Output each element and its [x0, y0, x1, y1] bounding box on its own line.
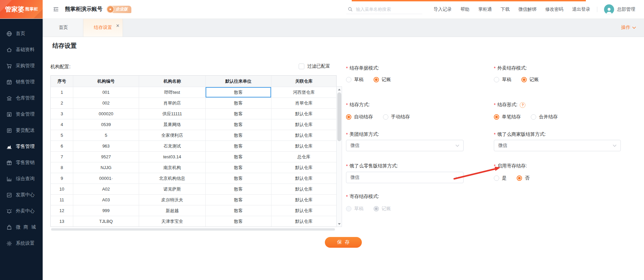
- actions-dropdown[interactable]: 操作: [621, 25, 636, 31]
- radio-takeout-settle-mode-1[interactable]: 记账: [521, 77, 539, 83]
- tab-home[interactable]: 首页: [43, 18, 83, 37]
- sidebar-item-funds[interactable]: 资金管理: [0, 106, 43, 122]
- cell-col-default-partner[interactable]: 散客: [206, 195, 271, 205]
- cell-col-default-partner[interactable]: 散客: [206, 87, 271, 97]
- radio-takeout-settle-mode-0[interactable]: 草稿: [494, 77, 511, 83]
- cell-col-warehouse[interactable]: 默认仓库: [271, 119, 336, 130]
- table-row: 12999新超越散客默认仓库: [51, 205, 336, 216]
- sidebar-item-purchase[interactable]: 采购管理: [0, 58, 43, 74]
- field-label-text: 启用寄存结存:: [497, 163, 527, 169]
- sidebar-item-delivery[interactable]: 要货配送: [0, 122, 43, 138]
- nav-link-logout[interactable]: 退出登录: [572, 6, 590, 12]
- user-name[interactable]: 总部管理: [617, 6, 635, 12]
- cell-col-default-partner[interactable]: 散客: [206, 205, 271, 216]
- sidebar-item-sales[interactable]: 销售管理: [0, 74, 43, 90]
- cell-col-warehouse[interactable]: 默认仓库: [271, 216, 336, 227]
- scroll-thumb[interactable]: [337, 92, 341, 141]
- radio-settle-form-1[interactable]: 合并结存: [531, 114, 558, 120]
- cell-col-default-partner[interactable]: 散客: [206, 162, 271, 173]
- sidebar-item-takeout[interactable]: 外卖中心: [0, 203, 43, 219]
- cell-col-default-partner[interactable]: 散客: [206, 152, 271, 162]
- select-eleme-merchant-settle[interactable]: 微信: [494, 140, 621, 151]
- cell-col-warehouse[interactable]: 默认仓库: [271, 109, 336, 119]
- sidebar-item-warehouse[interactable]: 仓库管理: [0, 90, 43, 106]
- radio-unselected-icon: [494, 77, 499, 82]
- select-meituan-settle[interactable]: 微信: [346, 140, 464, 151]
- nav-link-import-records[interactable]: 导入记录: [434, 6, 452, 12]
- nav-link-change-password[interactable]: 修改密码: [545, 6, 563, 12]
- radio-unselected-icon: [531, 114, 536, 120]
- cell-col-warehouse[interactable]: 肖翠仓库: [271, 98, 336, 108]
- field-label-text: 结存单据模式:: [349, 65, 379, 71]
- cell-col-default-partner[interactable]: 散客: [206, 130, 271, 141]
- search-input[interactable]: [355, 6, 421, 12]
- radio-unselected-icon: [346, 77, 351, 82]
- cell-col-warehouse[interactable]: 默认仓库: [271, 162, 336, 173]
- radio-settle-doc-mode-0[interactable]: 草稿: [346, 77, 363, 83]
- sidebar-item-invoice[interactable]: 发票中心: [0, 187, 43, 203]
- sidebar-item-home[interactable]: 首页: [0, 26, 43, 42]
- cell-col-warehouse[interactable]: 总仓库: [271, 152, 336, 162]
- cell-col-warehouse[interactable]: 默认仓库: [271, 130, 336, 141]
- sidebar-item-settings[interactable]: 系统设置: [0, 235, 43, 251]
- radio-settle-method-0[interactable]: 自动结存: [346, 114, 373, 120]
- page-title: 结存设置: [52, 42, 77, 50]
- cell-col-default-partner[interactable]: 散客: [206, 141, 271, 151]
- bell-icon: [6, 208, 12, 214]
- sidebar-item-query[interactable]: 综合查询: [0, 171, 43, 187]
- sidebar-collapse-icon[interactable]: [53, 6, 59, 12]
- cell-col-index: 13: [51, 216, 73, 227]
- scroll-down-icon[interactable]: [337, 222, 342, 226]
- cell-col-warehouse[interactable]: 默认仓库: [271, 184, 336, 194]
- cell-col-warehouse[interactable]: 默认仓库: [271, 195, 336, 205]
- sidebar-item-base-data[interactable]: 基础资料: [0, 42, 43, 58]
- cell-col-warehouse[interactable]: 默认仓库: [271, 141, 336, 151]
- cell-col-warehouse[interactable]: 默认仓库: [271, 205, 336, 216]
- content: 结存设置 机构配置: 过滤已配置 序号机构编号机构名称默认往来单位关联仓库100…: [43, 37, 644, 280]
- radio-enable-deposit-settle-1[interactable]: 否: [517, 175, 529, 181]
- cell-col-warehouse[interactable]: 河西堡仓库: [271, 87, 336, 97]
- cell-col-default-partner[interactable]: 散客: [206, 98, 271, 108]
- table-vertical-scrollbar[interactable]: [336, 86, 342, 227]
- checkbox-icon[interactable]: [299, 64, 304, 69]
- table-horizontal-scrollbar[interactable]: [51, 228, 335, 231]
- cell-col-org-code: 002: [73, 98, 139, 108]
- nav-link-download[interactable]: 下载: [501, 6, 510, 12]
- cell-col-index: 11: [51, 195, 73, 205]
- radio-enable-deposit-settle-0[interactable]: 是: [494, 175, 507, 181]
- cell-col-default-partner[interactable]: 散客: [206, 119, 271, 130]
- radio-settle-method-1[interactable]: 手动结存: [383, 114, 410, 120]
- nav-link-help[interactable]: 帮助: [461, 6, 470, 12]
- nav-link-zhanggui-tong[interactable]: 掌柜通: [478, 6, 492, 12]
- edition-badge: ★ 企业版: [107, 6, 131, 13]
- filter-configured-checkbox[interactable]: 过滤已配置: [299, 63, 330, 69]
- menu-search[interactable]: [346, 5, 422, 14]
- chevron-down-icon: [632, 27, 636, 29]
- table-row: 3000020供应11111散客默认仓库: [51, 108, 336, 119]
- avatar[interactable]: [604, 4, 614, 14]
- save-button[interactable]: 保存: [325, 237, 362, 248]
- radio-settle-doc-mode-1[interactable]: 记账: [374, 77, 391, 83]
- cell-col-org-name: 新超越: [139, 205, 206, 216]
- select-eleme-retail-settle[interactable]: 微信: [346, 172, 464, 183]
- tab-close-icon[interactable]: ✕: [116, 24, 120, 28]
- cell-col-default-partner[interactable]: 散客: [206, 173, 271, 184]
- sidebar-item-retail-marketing[interactable]: 零售营销: [0, 155, 43, 171]
- cell-col-warehouse[interactable]: 默认仓库: [271, 173, 336, 184]
- table-header-col-org-name: 机构名称: [139, 76, 206, 87]
- field-label-text: 饿了么零售版结算方式:: [349, 163, 398, 169]
- tab-settle-settings[interactable]: 结存设置✕: [83, 18, 123, 37]
- org-config-label: 机构配置:: [50, 64, 71, 70]
- sidebar-item-label: 基础资料: [16, 47, 35, 53]
- cell-col-default-partner[interactable]: 散客: [206, 184, 271, 194]
- cell-col-org-code: 001: [73, 87, 139, 97]
- cell-col-default-partner[interactable]: 散客: [206, 109, 271, 119]
- sidebar-item-retail[interactable]: 零售管理: [0, 138, 43, 155]
- cell-col-default-partner[interactable]: 散客: [206, 216, 271, 227]
- scroll-up-icon[interactable]: [337, 87, 342, 92]
- nav-link-wechat-unbind[interactable]: 微信解绑: [518, 6, 536, 12]
- cell-col-org-code: NJJG: [73, 162, 139, 173]
- radio-settle-form-0[interactable]: 单笔结存: [494, 114, 521, 120]
- sidebar-item-mall[interactable]: 微商城: [0, 219, 43, 235]
- help-icon[interactable]: ?: [520, 102, 525, 108]
